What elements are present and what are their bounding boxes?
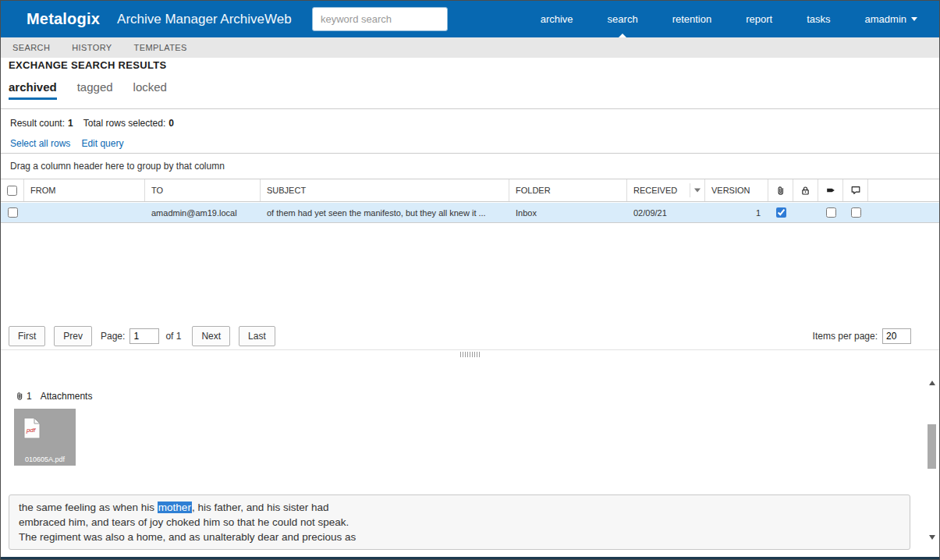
metalogix-logo: Metalogix xyxy=(27,10,100,28)
column-header-tag[interactable] xyxy=(818,179,843,201)
paperclip-icon xyxy=(775,186,786,196)
nav-user-menu[interactable]: amadmin xyxy=(865,1,917,37)
page-title: EXCHANGE SEARCH RESULTS xyxy=(9,59,166,71)
subnav-templates[interactable]: TEMPLATES xyxy=(134,43,187,52)
attachment-filename: 010605A.pdf xyxy=(14,455,76,463)
column-header-lock[interactable] xyxy=(793,179,818,201)
keyword-search-input[interactable] xyxy=(312,7,448,31)
last-page-button[interactable]: Last xyxy=(239,326,275,346)
lock-icon xyxy=(800,186,811,196)
select-all-rows-link[interactable]: Select all rows xyxy=(10,138,70,149)
scrollbar-thumb[interactable] xyxy=(928,424,936,469)
column-header-to[interactable]: TO xyxy=(145,179,261,201)
nav-report[interactable]: report xyxy=(746,1,772,37)
preview-text: , his father, and his sister had xyxy=(192,502,329,513)
column-header-version[interactable]: VERSION xyxy=(705,179,768,201)
items-per-page: Items per page: xyxy=(813,328,911,344)
table-header: FROM TO SUBJECT FOLDER RECEIVED VERSION xyxy=(1,179,939,202)
paperclip-icon xyxy=(15,392,24,401)
attachments-label: Attachments xyxy=(41,391,93,402)
result-count-label: Result count: xyxy=(10,118,65,129)
divider xyxy=(1,108,939,109)
tag-checkbox[interactable] xyxy=(826,207,836,218)
row-select-checkbox[interactable] xyxy=(8,207,18,218)
select-all-cell xyxy=(1,179,24,201)
vertical-scrollbar[interactable] xyxy=(926,377,938,543)
nav-tasks[interactable]: tasks xyxy=(807,1,830,37)
prev-page-button[interactable]: Prev xyxy=(54,326,92,346)
row-received-cell: 02/09/21 xyxy=(627,203,705,222)
window-bottom-border xyxy=(1,557,939,559)
tab-archived[interactable]: archived xyxy=(9,80,57,100)
page-number-input[interactable] xyxy=(129,328,159,344)
search-hit-highlight: mother xyxy=(158,502,192,513)
nav-search[interactable]: search xyxy=(608,1,638,37)
table-row[interactable]: amadmin@am19.local of them had yet seen … xyxy=(1,203,939,223)
column-header-label: RECEIVED xyxy=(633,186,677,195)
row-subject-cell: of them had yet seen the manifesto, but … xyxy=(261,203,509,222)
nav-label: search xyxy=(608,13,638,25)
column-header-comment[interactable] xyxy=(843,179,868,201)
nav-archive[interactable]: archive xyxy=(541,1,573,37)
pane-divider xyxy=(1,349,939,350)
app-title: Archive Manager ArchiveWeb xyxy=(117,12,292,27)
first-page-button[interactable]: First xyxy=(9,326,45,346)
attachment-thumbnail[interactable]: pdf 010605A.pdf xyxy=(14,409,76,466)
scroll-up-button[interactable] xyxy=(926,377,938,388)
scroll-down-icon xyxy=(929,535,935,540)
row-select-cell xyxy=(1,203,24,222)
row-tag-cell xyxy=(818,203,843,222)
select-all-checkbox[interactable] xyxy=(7,186,17,196)
comment-checkbox[interactable] xyxy=(851,207,861,218)
result-summary: Result count:1 Total rows selected:0 xyxy=(10,118,174,129)
subnav-history[interactable]: HISTORY xyxy=(72,43,112,52)
svg-text:pdf: pdf xyxy=(26,427,36,434)
column-header-folder[interactable]: FOLDER xyxy=(509,179,627,201)
row-attachment-cell xyxy=(768,203,793,222)
rows-selected-label: Total rows selected: xyxy=(83,118,165,129)
column-header-subject[interactable]: SUBJECT xyxy=(261,179,509,201)
top-bar: Metalogix Archive Manager ArchiveWeb arc… xyxy=(1,1,939,37)
scroll-up-icon xyxy=(929,381,935,385)
row-lock-cell xyxy=(793,203,818,222)
page-of-label: of 1 xyxy=(165,331,181,342)
items-per-page-input[interactable] xyxy=(882,328,911,344)
subnav-search[interactable]: SEARCH xyxy=(12,43,50,52)
tab-locked[interactable]: locked xyxy=(133,80,167,100)
row-folder-cell: Inbox xyxy=(509,203,627,222)
preview-line: The regiment was also a home, and as una… xyxy=(19,530,900,544)
nav-label: report xyxy=(746,13,772,25)
top-nav: archive search retention report tasks am… xyxy=(541,1,917,37)
filter-dropdown-icon[interactable] xyxy=(694,189,701,193)
preview-text: the same feeling as when his xyxy=(19,502,158,513)
row-spacer xyxy=(868,203,939,222)
attachment-checkbox[interactable] xyxy=(776,207,786,218)
column-header-received[interactable]: RECEIVED xyxy=(627,179,705,201)
page-label: Page: xyxy=(101,331,125,342)
pdf-file-icon: pdf xyxy=(23,417,41,439)
preview-line: embraced him, and tears of joy choked hi… xyxy=(19,515,900,530)
splitter-grip[interactable] xyxy=(460,352,481,357)
attachments-count: 1 xyxy=(27,391,32,402)
result-count-value: 1 xyxy=(68,118,73,129)
user-menu-label: amadmin xyxy=(865,13,906,25)
scroll-down-button[interactable] xyxy=(926,532,938,543)
nav-label: archive xyxy=(541,13,573,25)
sub-nav: SEARCH HISTORY TEMPLATES xyxy=(1,37,939,58)
column-header-attachment[interactable] xyxy=(768,179,793,201)
nav-retention[interactable]: retention xyxy=(672,1,712,37)
caret-down-icon xyxy=(911,17,917,21)
tab-tagged[interactable]: tagged xyxy=(77,80,113,100)
rows-selected-value: 0 xyxy=(168,118,174,129)
divider xyxy=(690,183,690,197)
column-header-from[interactable]: FROM xyxy=(24,179,145,201)
next-page-button[interactable]: Next xyxy=(192,326,230,346)
items-per-page-label: Items per page: xyxy=(813,331,878,342)
attachments-header: 1 Attachments xyxy=(15,391,92,402)
message-preview: the same feeling as when his mother, his… xyxy=(9,494,910,550)
edit-query-link[interactable]: Edit query xyxy=(81,138,123,149)
action-links: Select all rows Edit query xyxy=(10,138,123,149)
tag-icon xyxy=(825,185,836,196)
pagination-bar: First Prev Page: of 1 Next Last Items pe… xyxy=(1,323,939,349)
nav-label: tasks xyxy=(807,13,830,25)
